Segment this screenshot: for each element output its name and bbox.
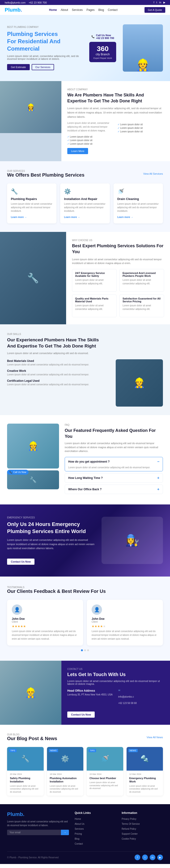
footer-facebook-icon[interactable]: f <box>135 855 140 860</box>
about-tag: ABOUT COMPANY <box>67 88 164 91</box>
youtube-icon[interactable]: ▶ <box>163 1 165 4</box>
about-list-item: Lorem ipsum dolor sit <box>67 135 114 138</box>
footer-link-home[interactable]: Home <box>75 818 81 820</box>
testimonial-text-0: Lorem ipsum dolor sit amet consectetur a… <box>12 629 78 641</box>
services-view-all[interactable]: View All Services <box>143 172 163 175</box>
footer-quick-links: Quick Links Home About Us Services Prici… <box>75 811 116 847</box>
footer-link-contact[interactable]: Contact <box>75 842 82 845</box>
blog-header: OUR BLOG Our Blog Post & News View All N… <box>7 733 163 741</box>
testimonial-avatar-0: 👤 <box>12 604 22 615</box>
footer-brand: Plumb. Lorem ipsum dolor sit amet consec… <box>7 811 69 847</box>
faq-question-2[interactable]: Where Our Office Back ? + <box>65 485 163 494</box>
newsletter-submit-button[interactable]: → <box>61 830 69 835</box>
footer-twitter-icon[interactable]: t <box>142 855 148 860</box>
blog-desc-2: Lorem ipsum dolor sit amet consectetur a… <box>90 781 121 790</box>
faq-toggle-1[interactable]: + <box>157 476 159 480</box>
hero-services-button[interactable]: Our Services <box>32 64 54 70</box>
blog-section: OUR BLOG Our Blog Post & News View All N… <box>0 725 170 804</box>
blog-card-0: 🔧 TIPS 20 Mar 2024 Safety Plumbing Insta… <box>7 747 44 796</box>
blog-image-2: 🚿 TIPS <box>87 747 123 771</box>
testimonials-dots <box>7 649 163 651</box>
service-title-2: Drain Cleaning <box>117 197 159 201</box>
faq-toggle-0[interactable]: − <box>157 460 159 464</box>
nav-contact[interactable]: Contact <box>108 8 117 11</box>
topbar-phone[interactable]: +62 23 900 700 <box>29 1 47 4</box>
blog-image-1: ⚙️ NEWS <box>47 747 83 771</box>
dot-2[interactable] <box>87 649 89 651</box>
footer-link-pricing[interactable]: Pricing <box>75 833 82 835</box>
feature-desc-3: Lorem ipsum dolor sit amet consectetur a… <box>123 304 161 311</box>
blog-meta-2: 15 Mar 2024 <box>90 773 121 775</box>
dot-0[interactable] <box>81 649 83 651</box>
twitter-icon[interactable]: t <box>156 1 157 4</box>
nav-pages[interactable]: Pages <box>87 8 95 11</box>
logo: Plumb. <box>5 7 22 13</box>
testimonials-tag: TESTIMONIALS <box>7 586 106 589</box>
testimonial-stars-0: ★★★★★ <box>12 624 78 628</box>
nav-blog[interactable]: Blog <box>98 8 104 11</box>
footer-linkedin-icon[interactable]: in <box>150 855 156 860</box>
emergency-contact-button[interactable]: Contact Us Now <box>7 559 34 565</box>
dot-1[interactable] <box>84 649 86 651</box>
contact-phone: +62 123 56 58 68 <box>118 702 137 705</box>
skill-2: Certification Legal Used Lorem ipsum dol… <box>7 379 111 386</box>
footer-link-about[interactable]: About Us <box>75 823 84 825</box>
newsletter-input[interactable] <box>7 830 61 835</box>
faq-toggle-2[interactable]: + <box>157 487 159 491</box>
blog-badge-2: TIPS <box>89 749 96 752</box>
testimonials-header: TESTIMONIALS Our Clients Feedback & Best… <box>7 586 163 594</box>
testimonial-stars-1: ★★★★★ <box>92 624 158 628</box>
footer-youtube-icon[interactable]: ▶ <box>157 855 163 860</box>
faq-headline: Our Featured Frequently Asked Question F… <box>65 428 163 439</box>
nav-services[interactable]: Services <box>72 8 82 11</box>
facebook-icon[interactable]: f <box>154 1 154 4</box>
contact-cta-button[interactable]: Contact Us Now <box>67 712 95 718</box>
contact-headline: Lets Get In Touch With Us <box>67 672 164 677</box>
services-tag: OUR SERVICES <box>7 170 84 172</box>
service-card-2: 🚿 Drain Cleaning Lorem ipsum dolor sit a… <box>113 183 163 223</box>
linkedin-icon[interactable]: in <box>159 1 161 4</box>
about-content: ABOUT COMPANY We Are Plumbers Have The S… <box>61 81 170 161</box>
hero-image: 👷 <box>123 24 163 72</box>
emergency-tag: EMERGENCY SERVICES <box>7 516 96 519</box>
blog-view-all[interactable]: View All News <box>147 736 163 739</box>
about-col-2: Lorem ipsum dolor sit Lorem ipsum dolor … <box>117 121 164 146</box>
emergency-text: EMERGENCY SERVICES Only Us 24 Hours Emer… <box>7 516 96 565</box>
footer-info-support[interactable]: Support Center <box>122 833 138 835</box>
faq-tag: FAQ <box>65 424 163 426</box>
faq-question-1[interactable]: How Long Waiting Time ? + <box>65 473 163 483</box>
faq-question-0[interactable]: How do you get appointment ? − <box>65 457 163 466</box>
nav-about[interactable]: About <box>61 8 68 11</box>
navbar: Plumb. Home About Services Pages Blog Co… <box>0 5 170 15</box>
skill-1: Creative Work Lorem ipsum dolor sit amet… <box>7 369 111 376</box>
faq-item-2: Where Our Office Back ? + <box>65 485 163 494</box>
faq-item-0: How do you get appointment ? − Lorem ips… <box>65 457 163 471</box>
hero-estimate-button[interactable]: Get Estimate <box>7 64 30 70</box>
emergency-desc: Lorem ipsum dolor sit amet consectetur a… <box>7 538 96 551</box>
faq-call-badge[interactable]: 📞 Call Us Now <box>7 470 29 475</box>
feature-3: Satisfaction Guaranteed for All Service … <box>120 294 164 317</box>
footer-info-privacy[interactable]: Privacy Policy <box>122 818 136 820</box>
hero-headline: Plumbing Services For Residential And Co… <box>7 30 82 53</box>
navbar-cta-button[interactable]: Get A Quote <box>144 7 165 13</box>
footer-link-blog[interactable]: Blog <box>75 838 79 840</box>
expert-features: 24/7 Emergency Service Available for Saf… <box>72 269 164 317</box>
service-link-0[interactable]: Learn more → <box>11 216 27 218</box>
about-learn-more-button[interactable]: Learn More <box>67 148 88 154</box>
services-header: OUR SERVICES We Offers Best Plumbing Ser… <box>7 170 163 178</box>
topbar-email[interactable]: hello@plumb.com <box>5 1 26 4</box>
feature-2: Quality and Materials Parts Material Use… <box>72 294 116 317</box>
service-link-1[interactable]: Learn more → <box>64 216 80 218</box>
service-link-2[interactable]: Learn more → <box>117 216 133 218</box>
footer-info-terms[interactable]: Terms Of Service <box>122 823 140 825</box>
expert-content: WHY CHOOSE US Best Expert Plumbing Servi… <box>66 232 170 324</box>
blog-body-3: 12 Mar 2024 Emergency Plumbing Work Lore… <box>127 771 163 796</box>
footer-info-cookie[interactable]: Cookie Policy <box>122 838 136 840</box>
drain-cleaning-icon: 🚿 <box>117 188 159 195</box>
topbar: hello@plumb.com +62 23 900 700 f t in ▶ <box>0 0 170 5</box>
footer-info-refund[interactable]: Refund Policy <box>122 828 136 830</box>
contact-image: 👷‍♂️ <box>0 661 61 725</box>
footer-link-services[interactable]: Services <box>75 828 83 830</box>
hero-description: Lorem ipsum dolor sit amet, consectetur … <box>7 55 82 60</box>
nav-home[interactable]: Home <box>49 8 57 11</box>
